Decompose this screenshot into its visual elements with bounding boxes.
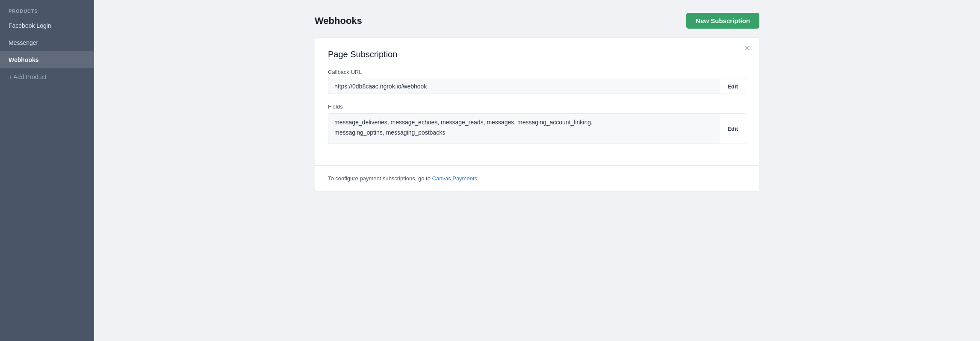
content-wrapper: Webhooks New Subscription ✕ Page Subscri…	[302, 0, 772, 204]
footer-text-after: .	[477, 175, 479, 182]
close-button[interactable]: ✕	[744, 44, 750, 52]
sidebar-item-messenger[interactable]: Messenger	[0, 34, 94, 51]
fields-label: Fields	[328, 103, 746, 110]
new-subscription-button[interactable]: New Subscription	[686, 13, 759, 29]
page-subscription-section: ✕ Page Subscription Callback URL https:/…	[315, 38, 759, 166]
footer-note: To configure payment subscriptions, go t…	[315, 166, 759, 191]
callback-url-row: https://0db8caac.ngrok.io/webhook Edit	[328, 79, 746, 94]
callback-url-label: Callback URL	[328, 69, 746, 75]
sidebar-item-webhooks[interactable]: Webhooks	[0, 51, 94, 68]
main-content: Webhooks New Subscription ✕ Page Subscri…	[94, 0, 980, 341]
page-header: Webhooks New Subscription	[315, 13, 759, 29]
webhooks-card: ✕ Page Subscription Callback URL https:/…	[315, 37, 759, 191]
fields-edit-button[interactable]: Edit	[720, 113, 746, 144]
page-title: Webhooks	[315, 15, 362, 26]
sidebar-item-facebook-login[interactable]: Facebook Login	[0, 17, 94, 34]
callback-url-value: https://0db8caac.ngrok.io/webhook	[328, 79, 720, 94]
sidebar-item-add-product[interactable]: + Add Product	[0, 68, 94, 85]
sidebar-section-label: PRODUCTS	[0, 0, 94, 17]
footer-text-before: To configure payment subscriptions, go t…	[328, 175, 432, 182]
canvas-payments-link[interactable]: Canvas Payments	[432, 175, 478, 182]
sidebar: PRODUCTS Facebook Login Messenger Webhoo…	[0, 0, 94, 341]
fields-row: message_deliveries, message_echoes, mess…	[328, 113, 746, 144]
callback-url-edit-button[interactable]: Edit	[720, 79, 746, 94]
fields-value: message_deliveries, message_echoes, mess…	[328, 113, 720, 144]
subscription-title: Page Subscription	[328, 50, 746, 59]
